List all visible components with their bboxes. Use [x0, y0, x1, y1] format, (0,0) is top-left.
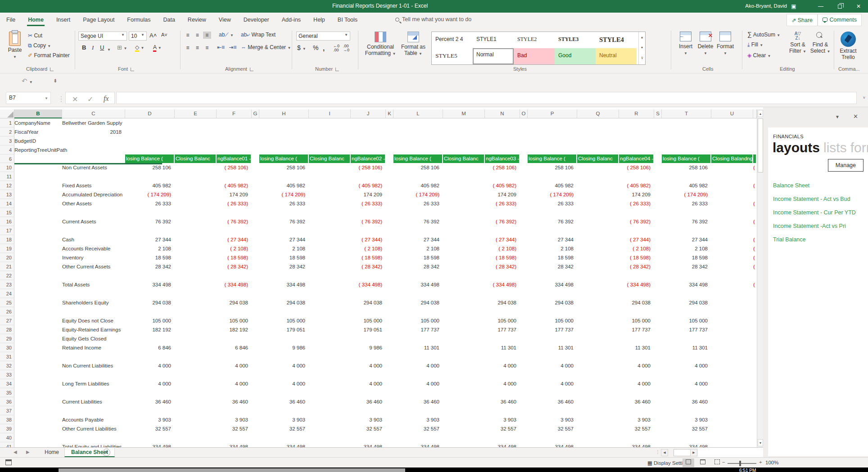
- value-cell[interactable]: 182 192: [217, 325, 252, 334]
- cell-c2[interactable]: 2018: [62, 127, 125, 136]
- column-header-R[interactable]: R: [619, 109, 654, 118]
- cell[interactable]: [309, 316, 351, 325]
- value-cell[interactable]: 294 038: [662, 298, 711, 307]
- cell[interactable]: [520, 424, 528, 433]
- row-label[interactable]: Accounts Receivable: [62, 244, 125, 253]
- vertical-scroll-thumb[interactable]: [758, 118, 763, 172]
- value-cell[interactable]: 11 301: [528, 343, 577, 352]
- clipped-value-cell[interactable]: (: [753, 181, 757, 190]
- value-cell[interactable]: 177 737: [528, 325, 577, 334]
- value-cell[interactable]: ( 258 106): [619, 163, 654, 172]
- cell[interactable]: [252, 190, 259, 199]
- cell[interactable]: [654, 199, 662, 208]
- paste-button[interactable]: Paste ▼: [5, 31, 25, 66]
- scroll-right-arrow-icon[interactable]: ▶: [690, 449, 697, 456]
- column-header-Q[interactable]: Q: [577, 109, 619, 118]
- pane-collapse-icon[interactable]: ▼: [835, 114, 840, 119]
- value-cell[interactable]: 4 000: [125, 361, 175, 370]
- value-cell[interactable]: 179 051: [259, 325, 309, 334]
- clipped-value-cell[interactable]: (: [753, 163, 757, 172]
- value-cell[interactable]: 4 000: [619, 361, 654, 370]
- cell[interactable]: [443, 244, 485, 253]
- cell[interactable]: [14, 199, 62, 208]
- value-cell[interactable]: 3 903: [619, 415, 654, 424]
- value-cell[interactable]: [125, 334, 175, 343]
- horizontal-scroll-thumb[interactable]: [674, 449, 692, 456]
- value-cell[interactable]: ( 2 108): [619, 244, 654, 253]
- value-cell[interactable]: ( 27 344): [351, 235, 386, 244]
- cell[interactable]: [252, 154, 259, 163]
- value-cell[interactable]: 4 000: [351, 379, 386, 388]
- value-cell[interactable]: 105 000: [528, 316, 577, 325]
- value-cell[interactable]: ( 2 108): [351, 244, 386, 253]
- cell[interactable]: [443, 442, 485, 447]
- value-cell[interactable]: 11 301: [662, 343, 711, 352]
- row-number[interactable]: 15: [0, 208, 14, 217]
- cell[interactable]: [711, 190, 753, 199]
- value-cell[interactable]: 4 000: [351, 361, 386, 370]
- band-header[interactable]: ngBalance02 -: [351, 154, 386, 163]
- cell[interactable]: [309, 397, 351, 406]
- value-cell[interactable]: 76 392: [125, 217, 175, 226]
- cell[interactable]: [252, 253, 259, 262]
- value-cell[interactable]: 334 498: [662, 280, 711, 289]
- row-number[interactable]: 31: [0, 352, 14, 361]
- row-number[interactable]: 38: [0, 415, 14, 424]
- value-cell[interactable]: 334 498: [125, 442, 175, 447]
- row-label[interactable]: Inventory: [62, 253, 125, 262]
- insert-function-icon[interactable]: fx: [104, 95, 109, 103]
- row-label[interactable]: Other Current Liabilities: [62, 424, 125, 433]
- customize-qat-icon[interactable]: ⇟: [53, 78, 57, 84]
- cell[interactable]: [175, 415, 217, 424]
- cell[interactable]: [520, 442, 528, 447]
- clipped-value-cell[interactable]: [753, 361, 757, 370]
- cell-b1[interactable]: CompanyName: [14, 118, 62, 127]
- cell[interactable]: [175, 217, 217, 226]
- cell[interactable]: [309, 253, 351, 262]
- column-header-sliver[interactable]: [753, 109, 757, 118]
- cell[interactable]: [443, 217, 485, 226]
- value-cell[interactable]: 334 498: [528, 280, 577, 289]
- cell[interactable]: [443, 334, 485, 343]
- cell[interactable]: [654, 163, 662, 172]
- cell[interactable]: [14, 172, 62, 181]
- cell[interactable]: [386, 244, 393, 253]
- conditional-formatting-button[interactable]: ConditionalFormatting ▼: [364, 32, 397, 57]
- band-header-sliver[interactable]: [753, 154, 757, 163]
- cell[interactable]: [577, 244, 619, 253]
- cell[interactable]: [14, 190, 62, 199]
- cell[interactable]: [175, 424, 217, 433]
- value-cell[interactable]: ( 334 498): [351, 280, 386, 289]
- cell[interactable]: [520, 235, 528, 244]
- cell[interactable]: [14, 244, 62, 253]
- cell[interactable]: [577, 217, 619, 226]
- cell[interactable]: [443, 379, 485, 388]
- band-header[interactable]: Closing Balanc: [175, 154, 217, 163]
- ribbon-tab-add-ins[interactable]: Add-ins: [276, 13, 307, 26]
- value-cell[interactable]: ( 28 342): [351, 262, 386, 271]
- cell[interactable]: [386, 154, 393, 163]
- value-cell[interactable]: 9 986: [351, 343, 386, 352]
- cell[interactable]: [14, 370, 62, 379]
- cell[interactable]: [443, 253, 485, 262]
- cell[interactable]: [309, 334, 351, 343]
- column-header-G[interactable]: G: [252, 109, 259, 118]
- ribbon-tab-file[interactable]: File: [0, 13, 22, 26]
- cell[interactable]: [654, 316, 662, 325]
- ribbon-tab-developer[interactable]: Developer: [237, 13, 276, 26]
- value-cell[interactable]: 334 498: [393, 280, 443, 289]
- cell[interactable]: [252, 262, 259, 271]
- cell[interactable]: [175, 343, 217, 352]
- cell[interactable]: [309, 442, 351, 447]
- cell[interactable]: [520, 253, 528, 262]
- cell[interactable]: [14, 442, 62, 447]
- column-header-P[interactable]: P: [528, 109, 577, 118]
- cell[interactable]: [62, 208, 757, 217]
- cell[interactable]: [443, 316, 485, 325]
- cell[interactable]: [386, 298, 393, 307]
- cell[interactable]: [309, 325, 351, 334]
- find-select-button[interactable]: Find &Select ▼: [809, 32, 831, 55]
- row-number[interactable]: 41: [0, 442, 14, 447]
- ribbon-tab-bi-tools[interactable]: BI Tools: [331, 13, 364, 26]
- cell[interactable]: [520, 217, 528, 226]
